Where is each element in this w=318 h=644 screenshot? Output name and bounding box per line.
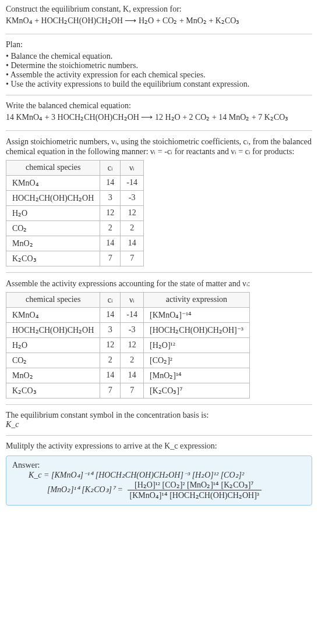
cell-ci: 14 — [100, 236, 121, 251]
cell-ci: 14 — [100, 368, 121, 383]
cell-nui: 14 — [121, 368, 144, 383]
balanced-title: Write the balanced chemical equation: — [6, 101, 312, 111]
cell-nui: 2 — [121, 353, 144, 368]
stoich-table: chemical species cᵢ νᵢ KMnO₄ 14 -14 HOCH… — [6, 160, 144, 266]
cell-activity: [K₂CO₃]⁷ — [144, 383, 250, 398]
multiply-section: Mulitply the activity expressions to arr… — [6, 435, 312, 511]
plan-item: Assemble the activity expression for eac… — [6, 70, 312, 80]
plan-list: Balance the chemical equation. Determine… — [6, 52, 312, 89]
table-row: H₂O 12 12 [H₂O]¹² — [6, 337, 250, 353]
cell-nui: 12 — [121, 205, 144, 220]
cell-ci: 2 — [100, 220, 121, 236]
cell-species: K₂CO₃ — [6, 383, 100, 398]
col-nui: νᵢ — [121, 160, 144, 175]
table-row: K₂CO₃ 7 7 [K₂CO₃]⁷ — [6, 383, 250, 398]
kc-symbol: K_c — [6, 420, 312, 429]
cell-nui: -3 — [121, 322, 144, 337]
cell-species: MnO₂ — [6, 236, 100, 251]
eq-rhs: H₂O + CO₂ + MnO₂ + K₂CO₃ — [139, 16, 239, 25]
cell-activity: [MnO₂]¹⁴ — [144, 368, 250, 383]
cell-ci: 7 — [100, 383, 121, 398]
cell-species: CO₂ — [6, 220, 100, 236]
plan-item: Use the activity expressions to build th… — [6, 80, 312, 89]
answer-expr-1: K_c = [KMnO₄]⁻¹⁴ [HOCH₂CH(OH)CH₂OH]⁻³ [H… — [29, 471, 244, 479]
cell-nui: 7 — [121, 251, 144, 266]
col-ci: cᵢ — [100, 160, 121, 175]
cell-ci: 7 — [100, 251, 121, 266]
table-header-row: chemical species cᵢ νᵢ — [6, 160, 144, 175]
cell-species: KMnO₄ — [6, 175, 100, 190]
arrow-icon: ⟶ — [125, 16, 136, 25]
table-row: HOCH₂CH(OH)CH₂OH 3 -3 [HOCH₂CH(OH)CH₂OH]… — [6, 322, 250, 337]
cell-nui: 7 — [121, 383, 144, 398]
answer-line1: K_c = [KMnO₄]⁻¹⁴ [HOCH₂CH(OH)CH₂OH]⁻³ [H… — [12, 470, 306, 480]
problem-line1: Construct the equilibrium constant, K, e… — [6, 5, 312, 14]
table-row: HOCH₂CH(OH)CH₂OH 3 -3 — [6, 190, 144, 205]
activity-section: Assemble the activity expressions accoun… — [6, 272, 312, 404]
multiply-text: Mulitply the activity expressions to arr… — [6, 442, 312, 451]
kc-intro: The equilibrium constant symbol in the c… — [6, 411, 312, 420]
cell-species: H₂O — [6, 337, 100, 353]
fraction-numerator: [H₂O]¹² [CO₂]² [MnO₂]¹⁴ [K₂CO₃]⁷ — [128, 480, 262, 490]
cell-ci: 14 — [100, 175, 121, 190]
balanced-rhs: 12 H₂O + 2 CO₂ + 14 MnO₂ + 7 K₂CO₃ — [155, 113, 288, 122]
cell-ci: 12 — [100, 337, 121, 353]
problem-statement: Construct the equilibrium constant, K, e… — [6, 5, 312, 34]
table-row: H₂O 12 12 — [6, 205, 144, 220]
cell-activity: [HOCH₂CH(OH)CH₂OH]⁻³ — [144, 322, 250, 337]
cell-ci: 3 — [100, 322, 121, 337]
plan-section: Plan: Balance the chemical equation. Det… — [6, 34, 312, 95]
activity-table: chemical species cᵢ νᵢ activity expressi… — [6, 292, 250, 399]
col-species: chemical species — [6, 292, 100, 307]
plan-title: Plan: — [6, 40, 312, 49]
stoich-section: Assign stoichiometric numbers, νᵢ, using… — [6, 130, 312, 272]
page-container: Construct the equilibrium constant, K, e… — [0, 0, 318, 516]
cell-species: K₂CO₃ — [6, 251, 100, 266]
answer-fraction: [H₂O]¹² [CO₂]² [MnO₂]¹⁴ [K₂CO₃]⁷ [KMnO₄]… — [128, 480, 262, 500]
table-row: MnO₂ 14 14 — [6, 236, 144, 251]
cell-nui: 2 — [121, 220, 144, 236]
cell-activity: [KMnO₄]⁻¹⁴ — [144, 307, 250, 322]
cell-nui: -14 — [121, 175, 144, 190]
cell-species: HOCH₂CH(OH)CH₂OH — [6, 190, 100, 205]
table-row: K₂CO₃ 7 7 — [6, 251, 144, 266]
col-activity: activity expression — [144, 292, 250, 307]
cell-ci: 3 — [100, 190, 121, 205]
cell-ci: 14 — [100, 307, 121, 322]
cell-ci: 2 — [100, 353, 121, 368]
balanced-lhs: 14 KMnO₄ + 3 HOCH₂CH(OH)CH₂OH — [6, 113, 139, 122]
cell-nui: -3 — [121, 190, 144, 205]
answer-label: Answer: — [12, 461, 306, 470]
balanced-section: Write the balanced chemical equation: 14… — [6, 95, 312, 130]
cell-species: CO₂ — [6, 353, 100, 368]
fraction-denominator: [KMnO₄]¹⁴ [HOCH₂CH(OH)CH₂OH]³ — [128, 490, 262, 500]
col-ci: cᵢ — [100, 292, 121, 307]
kc-symbol-section: The equilibrium constant symbol in the c… — [6, 404, 312, 435]
cell-species: H₂O — [6, 205, 100, 220]
table-row: KMnO₄ 14 -14 [KMnO₄]⁻¹⁴ — [6, 307, 250, 322]
table-header-row: chemical species cᵢ νᵢ activity expressi… — [6, 292, 250, 307]
col-nui: νᵢ — [121, 292, 144, 307]
answer-box: Answer: K_c = [KMnO₄]⁻¹⁴ [HOCH₂CH(OH)CH₂… — [6, 456, 312, 506]
cell-species: HOCH₂CH(OH)CH₂OH — [6, 322, 100, 337]
table-row: CO₂ 2 2 — [6, 220, 144, 236]
plan-item: Balance the chemical equation. — [6, 52, 312, 61]
table-row: KMnO₄ 14 -14 — [6, 175, 144, 190]
cell-activity: [CO₂]² — [144, 353, 250, 368]
balanced-equation: 14 KMnO₄ + 3 HOCH₂CH(OH)CH₂OH ⟶ 12 H₂O +… — [6, 111, 312, 124]
cell-nui: -14 — [121, 307, 144, 322]
cell-species: MnO₂ — [6, 368, 100, 383]
col-species: chemical species — [6, 160, 100, 175]
problem-text: Construct the equilibrium constant, K, e… — [6, 5, 182, 13]
cell-ci: 12 — [100, 205, 121, 220]
cell-nui: 14 — [121, 236, 144, 251]
answer-line2: [MnO₂]¹⁴ [K₂CO₃]⁷ = [H₂O]¹² [CO₂]² [MnO₂… — [12, 480, 306, 500]
eq-lhs: KMnO₄ + HOCH₂CH(OH)CH₂OH — [6, 16, 123, 25]
activity-intro: Assemble the activity expressions accoun… — [6, 279, 312, 289]
cell-nui: 12 — [121, 337, 144, 353]
answer-expr-2: [MnO₂]¹⁴ [K₂CO₃]⁷ = — [47, 485, 125, 493]
cell-activity: [H₂O]¹² — [144, 337, 250, 353]
table-row: CO₂ 2 2 [CO₂]² — [6, 353, 250, 368]
unbalanced-equation: KMnO₄ + HOCH₂CH(OH)CH₂OH ⟶ H₂O + CO₂ + M… — [6, 14, 312, 28]
stoich-intro: Assign stoichiometric numbers, νᵢ, using… — [6, 137, 312, 156]
